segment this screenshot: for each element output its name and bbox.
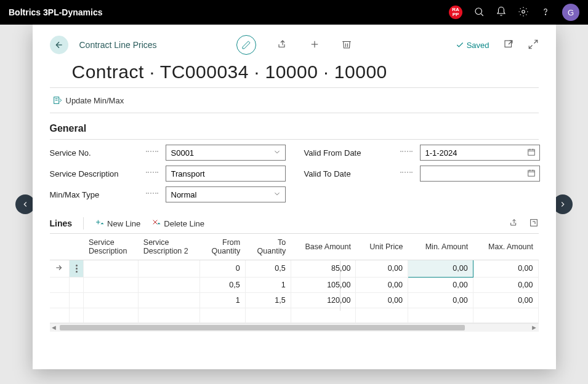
back-button[interactable]	[50, 36, 68, 54]
avatar[interactable]: G	[562, 4, 579, 21]
svg-rect-22	[528, 170, 534, 175]
col-min-amount[interactable]: Min. Amount	[408, 234, 473, 260]
label-valid-from: Valid From Date	[304, 148, 397, 158]
col-service-desc[interactable]: Service Description	[84, 234, 139, 260]
svg-rect-31	[530, 219, 537, 226]
row-indicator[interactable]	[50, 260, 70, 277]
label-service-no: Service No.	[50, 148, 142, 158]
table-row[interactable]: 0,5 1 105,00 0,00 0,00 0,00	[50, 277, 539, 292]
app-top-bar: Boltrics 3PL-Dynamics RA PP G	[0, 0, 588, 25]
calendar-icon[interactable]	[527, 148, 536, 158]
lines-table: Service Description Service Description …	[50, 233, 539, 332]
svg-point-4	[545, 14, 546, 14]
scroll-left-icon[interactable]: ◄	[50, 324, 58, 331]
col-from-qty[interactable]: From Quantity	[199, 234, 245, 260]
svg-point-3	[522, 10, 525, 13]
label-valid-to: Valid To Date	[304, 169, 397, 178]
update-minmax-button[interactable]: Update Min/Max	[50, 93, 539, 108]
table-row[interactable]: 1 1,5 120,00 0,00 0,00 0,00	[50, 292, 539, 308]
popout-icon[interactable]	[503, 39, 514, 52]
col-unit-price[interactable]: Unit Price	[356, 234, 408, 260]
table-row[interactable]	[50, 308, 539, 322]
svg-line-12	[509, 41, 512, 44]
row-menu-button[interactable]	[70, 292, 84, 308]
service-desc-input[interactable]	[166, 166, 286, 182]
delete-line-button[interactable]: Delete Line	[151, 218, 204, 228]
new-line-button[interactable]: New Line	[95, 218, 140, 228]
scroll-thumb[interactable]	[60, 325, 465, 330]
rapp-badge[interactable]: RA PP	[449, 6, 462, 19]
search-icon[interactable]	[473, 6, 485, 19]
label-service-desc: Service Description	[50, 169, 142, 178]
row-menu-button[interactable]	[70, 260, 84, 277]
col-service-desc2[interactable]: Service Description 2	[139, 234, 199, 260]
page-title: Contract · TC000034 · 10000 · 10000	[72, 62, 539, 82]
top-icons: RA PP G	[449, 4, 579, 21]
form-grid: Service No. Service Description Min/Max	[50, 145, 539, 202]
popout-grid-icon[interactable]	[529, 218, 539, 230]
label-minmax-type: Min/Max Type	[50, 190, 142, 199]
saved-indicator: Saved	[456, 41, 489, 50]
minmax-select[interactable]	[166, 186, 286, 202]
col-base-amount[interactable]: Base Amount	[291, 234, 356, 260]
valid-from-input[interactable]	[420, 145, 540, 161]
detail-panel: Contract Line Prices Saved	[33, 25, 556, 369]
brand-name: Boltrics 3PL-Dynamics	[9, 7, 103, 17]
service-no-select[interactable]	[166, 145, 286, 161]
section-lines-title: Lines	[50, 218, 73, 228]
divider	[50, 139, 539, 140]
edit-button[interactable]	[236, 35, 256, 55]
chevron-down-icon[interactable]	[273, 190, 281, 200]
stage: Contract Line Prices Saved	[0, 25, 588, 384]
nav-next-button[interactable]	[553, 194, 573, 214]
expand-icon[interactable]	[528, 39, 539, 52]
horizontal-scrollbar[interactable]: ◄ ►	[50, 323, 539, 332]
share-icon[interactable]	[277, 39, 288, 52]
divider	[50, 87, 539, 88]
calendar-icon[interactable]	[527, 169, 536, 179]
chevron-down-icon[interactable]	[273, 148, 281, 158]
svg-point-0	[475, 8, 482, 15]
svg-line-14	[529, 45, 532, 48]
gear-icon[interactable]	[518, 6, 529, 19]
breadcrumb[interactable]: Contract Line Prices	[79, 40, 157, 50]
scroll-right-icon[interactable]: ►	[530, 324, 539, 331]
row-menu-button[interactable]	[70, 277, 84, 292]
plus-icon[interactable]	[309, 39, 320, 52]
share-grid-icon[interactable]	[509, 218, 519, 230]
svg-rect-11	[505, 41, 512, 47]
col-max-amount[interactable]: Max. Amount	[473, 234, 538, 260]
divider	[50, 113, 539, 113]
help-icon[interactable]	[540, 6, 551, 19]
table-row[interactable]: 0 0,5 85,00 0,00 0,00 0,00	[50, 260, 539, 277]
valid-to-input[interactable]	[420, 166, 540, 182]
svg-rect-18	[528, 149, 534, 154]
svg-line-1	[481, 14, 483, 15]
col-to-qty[interactable]: To Quantity	[245, 234, 291, 260]
svg-line-13	[534, 40, 537, 43]
section-general-title: General	[50, 123, 539, 134]
bell-icon[interactable]	[496, 6, 507, 19]
trash-icon[interactable]	[341, 39, 352, 52]
